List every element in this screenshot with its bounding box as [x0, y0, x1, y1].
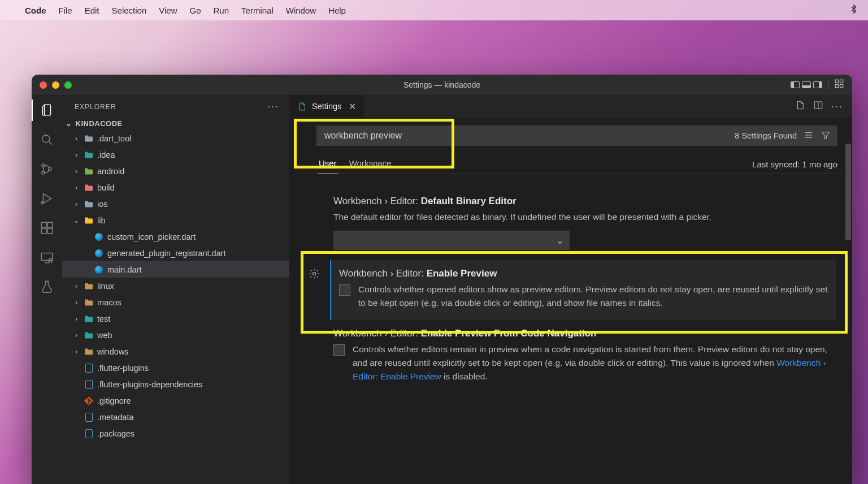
project-name: KINDACODE [76, 119, 123, 128]
scope-workspace-tab[interactable]: Workspace [348, 155, 393, 174]
menu-edit[interactable]: Edit [85, 6, 99, 15]
chevron-right-icon [83, 233, 90, 241]
file-icon [84, 363, 94, 373]
settings-results-count: 8 Settings Found [735, 131, 797, 140]
tree-item-label: android [97, 167, 124, 176]
setting-name: Enable Preview [427, 268, 497, 279]
window-titlebar[interactable]: Settings — kindacode [32, 75, 852, 95]
folder-row[interactable]: ⌄lib [62, 212, 289, 228]
svg-point-16 [313, 273, 316, 275]
setting-checkbox[interactable] [339, 284, 350, 296]
file-row[interactable]: .flutter-plugins-dependencies [62, 376, 289, 392]
menu-run[interactable]: Run [214, 6, 229, 15]
menu-help[interactable]: Help [328, 6, 346, 15]
setting-dropdown[interactable]: ⌄ [333, 231, 570, 250]
menu-window[interactable]: Window [286, 6, 316, 15]
settings-scope-tabs: User Workspace Last synced: 1 mo ago [297, 150, 844, 174]
chevron-down-icon: ⌄ [66, 119, 72, 128]
svg-rect-0 [835, 80, 838, 83]
tab-label: Settings [312, 102, 341, 111]
folder-row[interactable]: ›ios [62, 196, 289, 212]
bluetooth-icon[interactable] [850, 4, 858, 16]
chevron-right-icon: › [72, 282, 80, 290]
tab-close-icon[interactable]: ✕ [349, 101, 356, 112]
folder-row[interactable]: ›macos [62, 294, 289, 310]
window-minimize-button[interactable] [52, 81, 59, 89]
folder-row[interactable]: ›android [62, 163, 289, 179]
setting-description: The default editor for files detected as… [333, 210, 833, 224]
folder-row[interactable]: ›web [62, 327, 289, 343]
tab-settings[interactable]: Settings ✕ [289, 95, 364, 118]
toggle-panel-icon[interactable] [802, 81, 811, 88]
menubar-app-name[interactable]: Code [25, 6, 46, 15]
folder-icon [84, 199, 94, 209]
mac-menubar: Code File Edit Selection View Go Run Ter… [0, 0, 868, 20]
setting-checkbox[interactable] [333, 344, 345, 356]
menu-view[interactable]: View [159, 6, 177, 15]
toggle-primary-sidebar-icon[interactable] [791, 81, 800, 88]
file-row[interactable]: .gitignore [62, 392, 289, 409]
menu-selection[interactable]: Selection [112, 6, 147, 15]
chevron-right-icon [72, 397, 80, 405]
file-row[interactable]: generated_plugin_registrant.dart [62, 245, 289, 261]
folder-row[interactable]: ›build [62, 179, 289, 196]
activity-explorer-icon[interactable] [38, 102, 55, 119]
activity-remote-icon[interactable] [38, 249, 55, 266]
chevron-right-icon [72, 364, 80, 372]
file-row[interactable]: custom_icon_picker.dart [62, 228, 289, 245]
chevron-right-icon [72, 413, 80, 421]
window-close-button[interactable] [40, 81, 47, 89]
tree-item-label: linux [97, 282, 114, 291]
file-row[interactable]: .packages [62, 425, 289, 442]
folder-row[interactable]: ›.idea [62, 146, 289, 163]
folder-row[interactable]: ›windows [62, 343, 289, 360]
sidebar-explorer: EXPLORER ··· ⌄ KINDACODE ›.dart_tool›.id… [62, 95, 289, 484]
svg-rect-11 [47, 228, 53, 234]
open-settings-json-icon[interactable] [795, 100, 805, 113]
dart-file-icon [94, 265, 104, 275]
clear-search-icon[interactable] [804, 130, 814, 142]
scrollbar-thumb[interactable] [845, 144, 851, 240]
gear-icon[interactable] [309, 268, 320, 282]
file-row[interactable]: main.dart [62, 261, 289, 278]
editor-tabs: Settings ✕ ··· [289, 95, 852, 118]
tree-item-label: .packages [97, 429, 134, 438]
menu-go[interactable]: Go [190, 6, 201, 15]
menu-terminal[interactable]: Terminal [241, 6, 274, 15]
folder-row[interactable]: ›.dart_tool [62, 130, 289, 146]
scrollbar[interactable] [844, 140, 852, 484]
file-icon [84, 429, 94, 439]
menu-file[interactable]: File [59, 6, 72, 15]
window-maximize-button[interactable] [64, 81, 72, 89]
split-editor-icon[interactable] [813, 100, 823, 113]
tree-item-label: test [97, 314, 110, 323]
setting-name: Default Binary Editor [421, 196, 517, 206]
setting-description: Controls whether opened editors show as … [358, 283, 833, 310]
settings-sync-status: Last synced: 1 mo ago [752, 159, 837, 169]
file-tree: ›.dart_tool›.idea›android›build›ios⌄lib … [62, 130, 289, 484]
file-row[interactable]: .flutter-plugins [62, 360, 289, 376]
activity-testing-icon[interactable] [38, 278, 55, 295]
folder-row[interactable]: ›test [62, 310, 289, 327]
project-header[interactable]: ⌄ KINDACODE [62, 117, 289, 130]
sidebar-more-icon[interactable]: ··· [267, 101, 279, 113]
folder-icon [84, 183, 94, 193]
filter-icon[interactable] [821, 130, 831, 142]
activity-run-debug-icon[interactable] [38, 190, 55, 207]
more-actions-icon[interactable]: ··· [831, 101, 843, 113]
toggle-secondary-sidebar-icon[interactable] [813, 81, 822, 88]
file-row[interactable]: .metadata [62, 409, 289, 425]
chevron-right-icon: › [72, 151, 80, 159]
folder-icon [84, 150, 94, 160]
activity-search-icon[interactable] [38, 131, 55, 148]
activity-extensions-icon[interactable] [38, 219, 55, 236]
tree-item-label: main.dart [107, 265, 141, 274]
customize-layout-icon[interactable] [834, 79, 844, 91]
tree-item-label: .flutter-plugins-dependencies [97, 380, 202, 389]
chevron-right-icon [72, 381, 80, 388]
tree-item-label: ios [97, 200, 108, 209]
folder-row[interactable]: ›linux [62, 278, 289, 294]
scope-user-tab[interactable]: User [318, 155, 338, 174]
activity-source-control-icon[interactable] [38, 161, 55, 178]
chevron-down-icon: ⌄ [556, 235, 563, 246]
